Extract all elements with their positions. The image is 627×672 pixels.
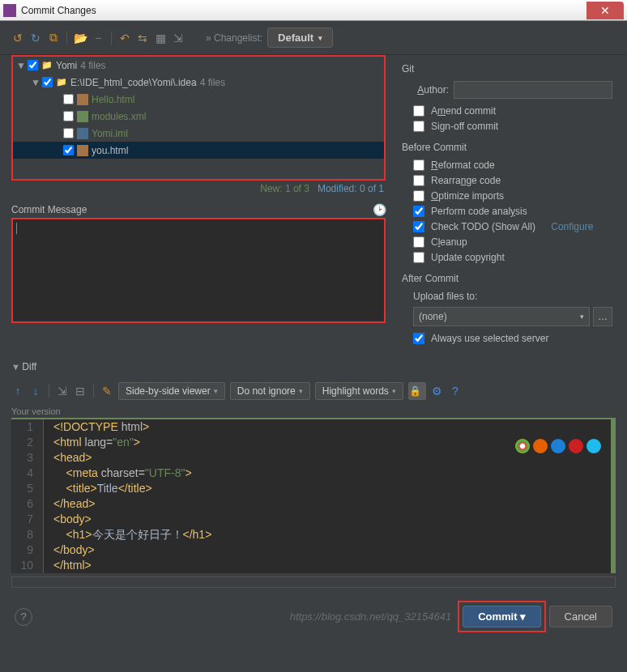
settings-icon[interactable]: ⚙ (431, 385, 444, 398)
xml-icon (77, 111, 88, 122)
after-section: After Commit (402, 273, 612, 284)
diff-label: Diff (22, 361, 36, 372)
copyright-checkbox[interactable] (413, 252, 424, 263)
todo-checkbox[interactable] (413, 221, 424, 232)
file-checkbox[interactable] (63, 94, 74, 104)
folder-icon: 📁 (56, 77, 67, 87)
amend-checkbox[interactable] (413, 105, 424, 117)
commit-message-input[interactable] (11, 218, 386, 323)
reformat-checkbox[interactable] (413, 159, 424, 171)
reformat-label: Reformat code (431, 159, 495, 171)
tree-root[interactable]: ▼ 📁 Yomi 4 files (13, 57, 384, 74)
upload-ellipsis[interactable]: … (593, 307, 612, 326)
browser-icons (515, 439, 601, 453)
git-section: Git (402, 63, 612, 74)
code-editor[interactable]: 1<!DOCTYPE html> 2<html lang="en"> 3<hea… (11, 418, 616, 573)
file-checkbox[interactable] (63, 128, 74, 138)
always-checkbox[interactable] (413, 333, 424, 344)
diff-header[interactable]: ▼ Diff (0, 356, 627, 377)
optimize-checkbox[interactable] (413, 190, 424, 202)
lock-icon[interactable]: 🔒 (408, 382, 426, 400)
expand-icon[interactable]: ⇲ (172, 32, 185, 45)
edit-icon[interactable]: ✎ (100, 385, 113, 398)
footer: ? https://blog.csdn.net/qq_32154641 Comm… (0, 588, 627, 645)
rearrange-label: Rearrange code (431, 175, 501, 186)
author-label: Author: (402, 84, 449, 96)
commit-button[interactable]: Commit ▾ (463, 606, 541, 627)
rearrange-checkbox[interactable] (413, 175, 424, 186)
ie-icon[interactable] (586, 439, 601, 453)
tree-file[interactable]: Hello.html (13, 91, 384, 108)
configure-link[interactable]: Configure (551, 221, 593, 232)
watermark: https://blog.csdn.net/qq_32154641 (290, 610, 452, 623)
file-checkbox[interactable] (63, 145, 74, 155)
file-checkbox[interactable] (63, 111, 74, 121)
status-bar: New: 1 of 3 Modified: 0 of 1 (0, 181, 397, 197)
copy-icon[interactable]: ⧉ (47, 32, 60, 45)
drag-handle[interactable]: :::: (0, 197, 397, 203)
file-name: you.html (92, 145, 128, 156)
file-name: modules.xml (92, 111, 146, 122)
down-icon[interactable]: ↓ (29, 385, 42, 398)
tree-subroot[interactable]: ▼ 📁 E:\IDE_html_code\Yomi\.idea 4 files (13, 74, 384, 91)
subroot-info: 4 files (200, 77, 225, 88)
horizontal-scrollbar[interactable] (11, 576, 616, 588)
changelist-dropdown[interactable]: Default▾ (267, 28, 333, 48)
analysis-label: Perform code analysis (431, 206, 527, 217)
upload-label: Upload files to: (413, 291, 612, 302)
opera-icon[interactable] (569, 439, 583, 453)
history-icon[interactable]: 🕑 (373, 203, 386, 216)
highlight-dropdown[interactable]: Highlight words (315, 382, 403, 400)
signoff-label: Sign-off commit (431, 121, 498, 132)
signoff-checkbox[interactable] (413, 121, 424, 132)
tree-file[interactable]: Yomi.iml (13, 125, 384, 142)
move-icon[interactable]: 📂 (74, 32, 87, 45)
diff-icon[interactable]: ⇆ (136, 32, 149, 45)
status-modified: Modified: 0 of 1 (318, 183, 384, 194)
file-tree[interactable]: ▼ 📁 Yomi 4 files ▼ 📁 E:\IDE_html_code\Yo… (11, 55, 386, 181)
toolbar: ↺ ↻ ⧉ 📂 − ↶ ⇆ ▦ ⇲ » Changelist: Default▾ (0, 21, 627, 55)
copyright-label: Update copyright (431, 252, 505, 263)
tree-file[interactable]: modules.xml (13, 108, 384, 125)
iml-icon (77, 128, 88, 139)
html-icon (77, 94, 88, 105)
app-icon (3, 4, 16, 17)
up-icon[interactable]: ↑ (11, 385, 24, 398)
root-info: 4 files (80, 60, 105, 71)
chrome-icon[interactable] (515, 439, 530, 453)
safari-icon[interactable] (551, 439, 565, 453)
cleanup-checkbox[interactable] (413, 236, 424, 248)
help-button[interactable]: ? (15, 608, 32, 626)
html-icon (77, 145, 88, 156)
titlebar: Commit Changes ✕ (0, 0, 627, 21)
refresh-icon[interactable]: ↺ (11, 32, 24, 45)
cancel-button[interactable]: Cancel (549, 606, 612, 627)
folder-icon: 📁 (41, 60, 53, 70)
todo-label: Check TODO (Show All) (431, 221, 535, 232)
close-button[interactable]: ✕ (586, 2, 624, 19)
optimize-label: Optimize imports (431, 190, 504, 202)
ignore-dropdown[interactable]: Do not ignore (230, 382, 310, 400)
help-icon[interactable]: ? (449, 385, 462, 398)
subroot-name: E:\IDE_html_code\Yomi\.idea (70, 77, 197, 88)
sync-icon[interactable]: ↻ (29, 32, 42, 45)
author-input[interactable] (454, 81, 612, 99)
subroot-checkbox[interactable] (42, 77, 53, 87)
status-new: New: 1 of 3 (260, 183, 309, 194)
group-icon[interactable]: ▦ (154, 32, 167, 45)
analysis-checkbox[interactable] (413, 206, 424, 217)
view-mode-dropdown[interactable]: Side-by-side viewer (118, 382, 225, 400)
version-label: Your version (0, 405, 627, 418)
firefox-icon[interactable] (533, 439, 548, 453)
tree-file-selected[interactable]: you.html (13, 142, 384, 159)
export-icon[interactable]: ⇲ (56, 385, 69, 398)
window-title: Commit Changes (21, 5, 586, 16)
always-label: Always use selected server (431, 333, 548, 344)
revert-icon[interactable]: ↶ (118, 32, 131, 45)
root-checkbox[interactable] (28, 60, 38, 70)
upload-dropdown[interactable]: (none)▾ (413, 307, 590, 326)
remove-icon[interactable]: − (92, 32, 104, 45)
collapse-icon[interactable]: ⊟ (74, 385, 87, 398)
root-name: Yomi (56, 60, 77, 71)
commit-message-label: Commit Message (11, 204, 87, 215)
